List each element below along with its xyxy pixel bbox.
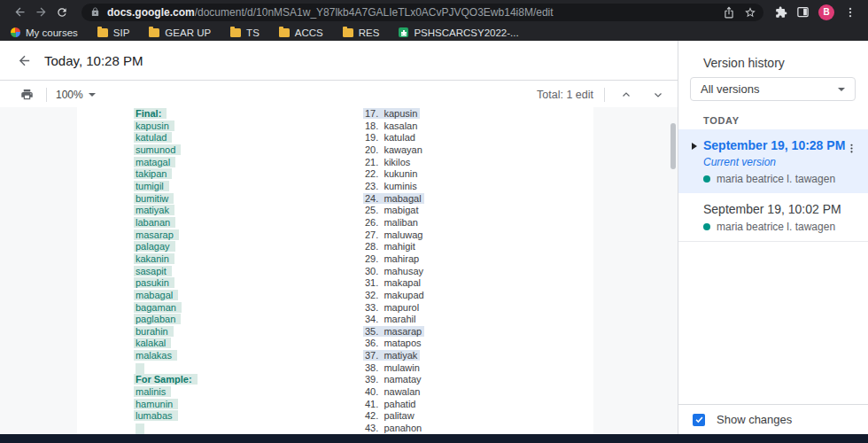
list-item-text: 31. makapal [365, 277, 421, 288]
doc-line: hamunin [136, 399, 198, 411]
bookmark-item[interactable]: My courses [11, 27, 78, 38]
extensions-button[interactable] [771, 2, 792, 23]
doc-numbered-line: 38. mulawin [365, 362, 424, 375]
version-entry[interactable]: September 19, 10:28 PMCurrent versionmar… [678, 129, 868, 193]
list-item-text: 33. mapurol [365, 302, 419, 313]
added-word: matagal [134, 157, 175, 167]
folder-icon [230, 28, 241, 37]
changed-list-item: 17. kapusin [363, 108, 420, 119]
doc-line: bagaman [136, 302, 198, 315]
doc-numbered-line: 23. kuminis [365, 181, 424, 193]
doc-numbered-line: 35. masarap [365, 326, 424, 338]
added-word: tumigil [134, 181, 169, 191]
total-edits-label: Total: 1 edit [537, 89, 593, 101]
list-item-text: 21. kikilos [365, 157, 410, 167]
bookmark-label: TS [246, 27, 260, 38]
previous-edit-button[interactable] [616, 84, 637, 105]
puzzle-icon [775, 6, 787, 19]
doc-line: mabagal [136, 290, 198, 302]
folder-icon [149, 28, 159, 37]
screen: docs.google.com /document/d/10nMSA1w_Y87… [0, 0, 868, 443]
profile-avatar[interactable]: B [818, 4, 834, 20]
doc-line: labanan [136, 217, 198, 229]
added-word: kapusin [134, 120, 174, 131]
folder-icon [343, 28, 353, 37]
added-word: palagay [134, 241, 175, 252]
print-button[interactable] [16, 84, 37, 105]
chevron-down-icon [653, 89, 663, 100]
added-word: sumunod [134, 144, 181, 155]
browser-forward-button[interactable] [30, 2, 51, 23]
expand-triangle-icon[interactable] [692, 143, 697, 150]
browser-back-button[interactable] [9, 2, 30, 23]
doc-numbered-line: 28. mahigit [365, 241, 424, 253]
chevron-down-icon [838, 88, 845, 91]
side-panel-button[interactable] [792, 2, 813, 23]
chevron-down-icon [89, 93, 96, 97]
share-button[interactable] [723, 6, 735, 19]
list-item-text: 43. panahon [365, 423, 422, 433]
browser-reload-button[interactable] [51, 2, 73, 23]
url-bar[interactable]: docs.google.com /document/d/10nMSA1w_Y87… [81, 4, 763, 21]
bookmark-item[interactable]: ACCS [279, 27, 323, 38]
doc-line: burahin [136, 326, 198, 338]
list-item-text: 30. mahusay [365, 266, 423, 276]
document-numbered-list: 17. kapusin18. kasalan19. katulad20. kaw… [365, 108, 424, 434]
back-arrow-icon [17, 53, 32, 68]
doc-line [136, 423, 198, 434]
doc-numbered-line: 18. kasalan [365, 120, 424, 133]
version-title: Today, 10:28 PM [44, 53, 143, 68]
added-word: kakanin [134, 253, 174, 264]
bookmark-label: PSHSCARCSY2022-... [414, 27, 518, 38]
toolbar-separator [46, 88, 47, 102]
doc-numbered-line: 36. matapos [365, 338, 424, 350]
doc-line: pasukin [136, 277, 198, 290]
bookmark-item[interactable]: GEAR UP [149, 27, 211, 38]
list-item-text: 20. kawayan [365, 144, 422, 155]
version-menu-button[interactable] [841, 138, 861, 158]
added-word: For Sample: [134, 374, 198, 385]
bookmark-label: ACCS [295, 27, 323, 38]
version-history-sidebar: Version history All versions TODAY Septe… [678, 41, 868, 434]
list-item-text: 36. matapos [365, 338, 422, 348]
bookmark-item[interactable]: SIP [97, 27, 130, 38]
version-entry[interactable]: September 19, 10:02 PMmaria beatrice l. … [678, 193, 868, 241]
list-item-text: 32. makupad [365, 290, 424, 300]
added-word: sasapit [134, 266, 172, 276]
list-item-text: 42. palitaw [365, 410, 415, 421]
browser-chrome: docs.google.com /document/d/10nMSA1w_Y87… [0, 0, 868, 41]
zoom-control[interactable]: 100% [56, 89, 96, 101]
bookmark-item[interactable]: PSHSCARCSY2022-... [399, 27, 518, 38]
bookmark-label: RES [359, 27, 380, 38]
list-item-text: 23. kuminis [365, 181, 417, 191]
doc-numbered-line: 17. kapusin [365, 108, 424, 120]
bookmark-star-button[interactable] [744, 6, 756, 19]
doc-numbered-line: 43. panahon [365, 423, 424, 434]
doc-line: masarap [136, 229, 198, 242]
added-word: pasukin [134, 277, 174, 288]
list-item-text: 26. maliban [365, 217, 418, 228]
show-changes-checkbox[interactable] [693, 414, 705, 426]
doc-numbered-line: 30. mahusay [365, 266, 424, 278]
versions-filter-dropdown[interactable]: All versions [690, 77, 856, 101]
version-group-label: TODAY [703, 115, 740, 126]
added-empty-line-highlight [136, 363, 144, 374]
changed-list-item: 24. mabagal [363, 193, 424, 204]
close-version-history-button[interactable] [12, 49, 35, 72]
version-timestamp: September 19, 10:02 PM [703, 202, 856, 216]
list-item-text: 40. nawalan [365, 386, 420, 397]
reload-icon [56, 6, 68, 19]
folder-icon [279, 28, 290, 37]
next-edit-button[interactable] [647, 84, 669, 105]
bookmark-item[interactable]: TS [230, 27, 260, 38]
doc-line: kalakal [136, 338, 198, 350]
bookmark-item[interactable]: RES [343, 27, 380, 38]
added-word: paglaban [134, 314, 181, 324]
doc-numbered-line: 33. mapurol [365, 302, 424, 315]
document-scrollbar[interactable] [670, 123, 676, 169]
added-word: mabagal [134, 290, 178, 300]
doc-line: takipan [136, 168, 198, 181]
doc-line: malakas [136, 350, 198, 362]
doc-numbered-line: 22. kukunin [365, 168, 424, 181]
browser-menu-button[interactable] [840, 2, 861, 23]
